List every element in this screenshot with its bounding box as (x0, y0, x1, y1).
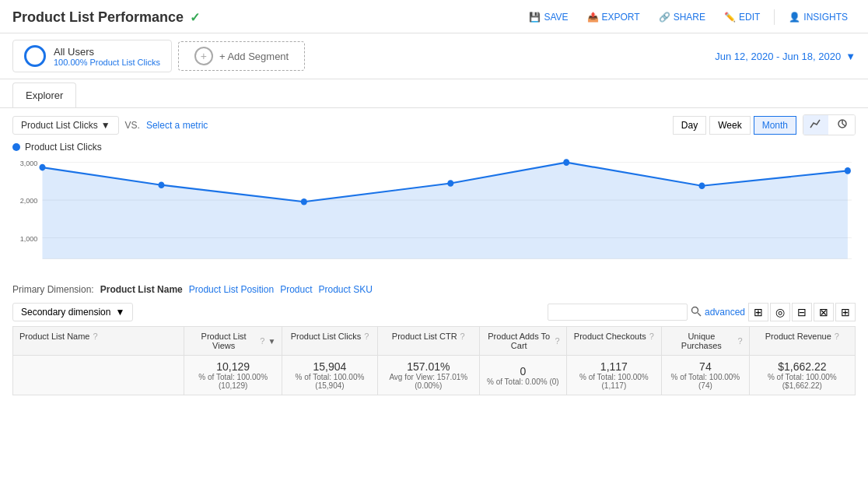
export-icon: 📤 (587, 12, 599, 23)
dimension-product-list-position[interactable]: Product List Position (189, 284, 274, 295)
svg-text:Jun 15: Jun 15 (440, 262, 461, 265)
segment-circle-icon (24, 45, 46, 67)
pivot-view-button[interactable]: ⊠ (814, 303, 834, 321)
date-range-selector[interactable]: Jun 12, 2020 - Jun 18, 2020 ▼ (715, 51, 856, 62)
sort-icon[interactable]: ▼ (268, 337, 275, 346)
col-header-ctr: Product List CTR ? (377, 327, 479, 356)
time-week-button[interactable]: Week (709, 116, 750, 135)
dimension-product-list-name[interactable]: Product List Name (100, 284, 183, 295)
insights-button[interactable]: 👤 INSIGHTS (781, 8, 856, 26)
svg-text:Jun 17: Jun 17 (691, 262, 712, 265)
help-icon[interactable]: ? (93, 332, 97, 341)
tabs-bar: Explorer (0, 79, 868, 108)
col-header-clicks: Product List Clicks ? (282, 327, 377, 356)
insights-icon: 👤 (789, 12, 800, 23)
pie-view-button[interactable]: ◎ (770, 303, 790, 321)
svg-text:1,000: 1,000 (20, 234, 38, 243)
secondary-dimension-button[interactable]: Secondary dimension ▼ (12, 303, 133, 321)
segment-info: All Users 100.00% Product List Clicks (54, 46, 160, 67)
totals-label-cell (13, 356, 184, 395)
right-controls: Day Week Month (673, 114, 856, 135)
svg-text:Jun 16: Jun 16 (556, 262, 577, 265)
chart-controls: Product List Clicks ▼ VS. Select a metri… (0, 108, 868, 142)
table-header-row: Product List Name ? Product List Views ?… (13, 327, 856, 356)
totals-clicks-cell: 15,904 % of Total: 100.00% (15,904) (282, 356, 377, 395)
save-icon: 💾 (529, 12, 541, 23)
help-icon[interactable]: ? (460, 332, 465, 341)
line-chart-button[interactable] (803, 115, 828, 135)
select-metric-button[interactable]: Select a metric (146, 120, 208, 131)
svg-point-14 (447, 180, 453, 187)
help-icon[interactable]: ? (364, 332, 369, 341)
chevron-down-icon: ▼ (115, 307, 124, 318)
svg-text:3,000: 3,000 (20, 159, 38, 167)
search-input[interactable] (548, 304, 688, 321)
divider (774, 9, 775, 25)
header-actions: 💾 SAVE 📤 EXPORT 🔗 SHARE ✏️ EDIT 👤 INSIGH… (521, 8, 856, 26)
svg-point-13 (301, 198, 307, 205)
metric-dropdown[interactable]: Product List Clicks ▼ (12, 116, 119, 135)
svg-point-16 (698, 182, 705, 189)
share-icon: 🔗 (659, 12, 670, 23)
save-button[interactable]: 💾 SAVE (521, 8, 576, 26)
view-buttons: ⊞ ◎ ⊟ ⊠ ⊞ (748, 303, 856, 321)
metric-selector: Product List Clicks ▼ VS. Select a metri… (12, 116, 208, 135)
totals-revenue-cell: $1,662.22 % of Total: 100.00% ($1,662.22… (749, 356, 855, 395)
export-button[interactable]: 📤 EXPORT (579, 8, 648, 26)
pie-chart-button[interactable] (830, 115, 855, 135)
svg-text:Jun 13: Jun 13 (151, 262, 172, 265)
svg-point-15 (563, 159, 569, 166)
help-icon[interactable]: ? (835, 332, 839, 341)
comparison-view-button[interactable]: ⊟ (792, 303, 812, 321)
time-buttons: Day Week Month (673, 116, 796, 135)
svg-point-11 (39, 164, 45, 171)
search-button[interactable] (691, 306, 702, 319)
advanced-link[interactable]: advanced (705, 307, 745, 318)
help-icon[interactable]: ? (555, 336, 560, 346)
edit-button[interactable]: ✏️ EDIT (716, 8, 768, 26)
secondary-dimension-area: Secondary dimension ▼ (12, 303, 133, 321)
page-title: Product List Performance ✓ (12, 9, 200, 26)
col-header-adds: Product Adds To Cart ? (479, 327, 566, 356)
chart-container: 3,000 2,000 1,000 ... Jun (12, 156, 856, 265)
col-header-views: Product List Views ? ▼ (184, 327, 282, 356)
custom-view-button[interactable]: ⊞ (835, 303, 856, 321)
pie-chart-icon (836, 118, 849, 129)
primary-dimension-bar: Primary Dimension: Product List Name Pro… (0, 278, 868, 298)
col-header-name: Product List Name ? (13, 327, 184, 356)
svg-point-25 (691, 307, 698, 313)
chart-area: Product List Clicks 3,000 2,000 1,000 (0, 142, 868, 278)
totals-adds-cell: 0 % of Total: 0.00% (0) (479, 356, 566, 395)
verified-icon: ✓ (190, 10, 200, 25)
help-icon[interactable]: ? (649, 332, 654, 341)
help-icon[interactable]: ? (738, 336, 743, 346)
totals-checkouts-cell: 1,117 % of Total: 100.00% (1,117) (566, 356, 661, 395)
search-area: advanced ⊞ ◎ ⊟ ⊠ ⊞ (548, 303, 856, 321)
table-totals-row: 10,129 % of Total: 100.00% (10,129) 15,9… (13, 356, 856, 395)
svg-line-26 (698, 313, 701, 316)
totals-purchases-cell: 74 % of Total: 100.00% (74) (662, 356, 750, 395)
segment-bar: All Users 100.00% Product List Clicks + … (0, 33, 868, 79)
dimension-product[interactable]: Product (280, 284, 312, 295)
help-icon[interactable]: ? (260, 336, 264, 346)
dimension-product-sku[interactable]: Product SKU (318, 284, 372, 295)
table-controls: Secondary dimension ▼ advanced ⊞ ◎ ⊟ ⊠ ⊞ (0, 298, 868, 326)
search-icon (691, 306, 702, 317)
tab-explorer[interactable]: Explorer (12, 83, 76, 107)
col-header-purchases: Unique Purchases ? (662, 327, 750, 356)
svg-point-12 (158, 181, 164, 188)
table-container: Product List Name ? Product List Views ?… (0, 326, 868, 395)
svg-point-17 (845, 167, 851, 174)
time-day-button[interactable]: Day (673, 116, 706, 135)
svg-line-2 (842, 124, 845, 126)
totals-views-cell: 10,129 % of Total: 100.00% (10,129) (184, 356, 282, 395)
time-month-button[interactable]: Month (754, 116, 796, 135)
edit-icon: ✏️ (724, 12, 736, 23)
data-table: Product List Name ? Product List Views ?… (12, 326, 856, 395)
add-segment-button[interactable]: + + Add Segment (178, 41, 305, 71)
grid-view-button[interactable]: ⊞ (748, 303, 768, 321)
chart-type-buttons (803, 114, 856, 135)
svg-text:2,000: 2,000 (20, 196, 38, 205)
segment-chip[interactable]: All Users 100.00% Product List Clicks (12, 40, 172, 72)
share-button[interactable]: 🔗 SHARE (651, 8, 713, 26)
